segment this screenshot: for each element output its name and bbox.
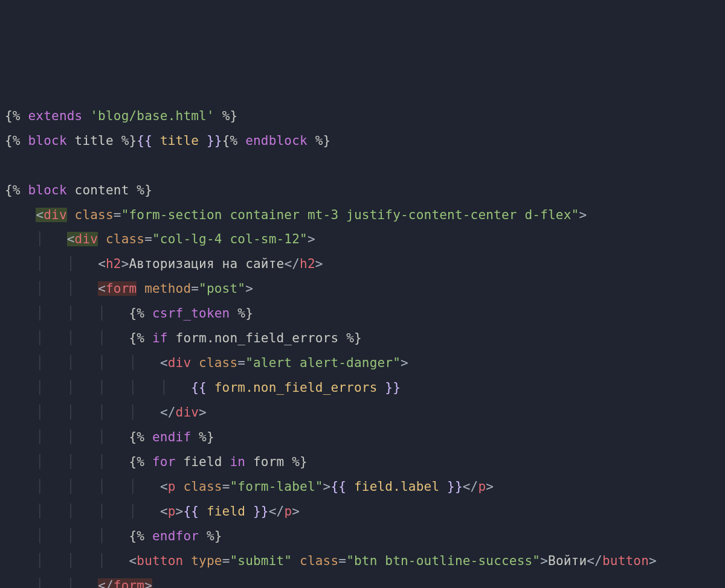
block-name: title bbox=[75, 133, 114, 148]
equals: = bbox=[222, 554, 230, 568]
html-tag: div bbox=[168, 356, 192, 370]
indent-guide: │ bbox=[67, 430, 75, 444]
code-line: <div class="form-section container mt-3 … bbox=[5, 208, 587, 222]
indent-guide: │ bbox=[67, 479, 75, 494]
indent-guide: │ bbox=[36, 281, 44, 296]
html-attr-value: "submit" bbox=[230, 554, 292, 568]
indent-guide: │ bbox=[36, 455, 44, 469]
code-editor[interactable]: {% extends 'blog/base.html' %} {% block … bbox=[5, 104, 725, 588]
html-attr-value: "alert alert-danger" bbox=[245, 356, 401, 370]
html-tag: form bbox=[106, 281, 137, 296]
angle-bracket: </ bbox=[98, 578, 114, 588]
angle-bracket: < bbox=[98, 257, 106, 271]
html-attr: type bbox=[191, 554, 222, 568]
code-line: │ │ │ <button type="submit" class="btn b… bbox=[5, 554, 657, 568]
html-tag: div bbox=[44, 208, 67, 222]
angle-bracket: </ bbox=[284, 257, 300, 271]
code-line: │ │ │ │ <p class="form-label">{{ field.l… bbox=[5, 479, 494, 494]
template-var: form.non_field_errors bbox=[214, 380, 378, 395]
template-keyword: in bbox=[230, 455, 245, 469]
angle-bracket: < bbox=[160, 356, 168, 370]
equals: = bbox=[144, 232, 152, 246]
angle-bracket: > bbox=[486, 479, 494, 494]
template-var: field bbox=[207, 504, 245, 519]
code-line: │ │ │ {% csrf_token %} bbox=[5, 306, 253, 321]
indent-guide: │ bbox=[36, 356, 44, 370]
html-tag: h2 bbox=[300, 257, 315, 271]
indent-guide: │ bbox=[98, 554, 106, 568]
angle-bracket: > bbox=[199, 405, 207, 420]
html-tag: form bbox=[114, 578, 144, 588]
equals: = bbox=[114, 208, 121, 222]
template-keyword: extends bbox=[28, 109, 83, 123]
template-delim: {% bbox=[129, 430, 145, 444]
code-line: │ │ │ {% endif %} bbox=[5, 430, 214, 444]
html-attr: class bbox=[106, 232, 144, 246]
angle-bracket: </ bbox=[463, 479, 478, 494]
indent-guide: │ bbox=[36, 306, 44, 321]
angle-bracket: > bbox=[649, 554, 657, 568]
indent-guide: │ bbox=[36, 529, 44, 543]
html-tag: div bbox=[75, 232, 98, 246]
html-attr: class bbox=[300, 554, 338, 568]
template-delim: %} bbox=[222, 109, 238, 123]
angle-bracket: > bbox=[579, 208, 587, 222]
var-open: {{ bbox=[191, 380, 207, 395]
angle-bracket: </ bbox=[587, 554, 602, 568]
html-tag: p bbox=[284, 504, 292, 519]
indent-guide: │ bbox=[98, 455, 106, 469]
template-delim: %} bbox=[199, 430, 214, 444]
code-line: │ │ │ │ <div class="alert alert-danger"> bbox=[5, 356, 408, 370]
html-attr-value: "form-section container mt-3 justify-con… bbox=[121, 208, 579, 222]
angle-bracket: > bbox=[401, 356, 408, 370]
template-delim: %} bbox=[292, 455, 308, 469]
indent-guide: │ bbox=[98, 430, 106, 444]
html-attr-value: "post" bbox=[199, 281, 245, 296]
var-close: }} bbox=[385, 380, 401, 395]
indent-guide: │ bbox=[67, 281, 75, 296]
code-line: │ │ │ │ <p>{{ field }}</p> bbox=[5, 504, 300, 519]
indent-guide: │ bbox=[129, 405, 137, 420]
indent-guide: │ bbox=[67, 455, 75, 469]
var-close: }} bbox=[447, 479, 463, 494]
html-text: Авторизация на сайте bbox=[129, 257, 285, 271]
block-name: content bbox=[75, 183, 129, 197]
angle-bracket: > bbox=[121, 257, 129, 271]
indent-guide: │ bbox=[98, 380, 106, 395]
code-line: │ │ │ {% endfor %} bbox=[5, 529, 222, 543]
indent-guide: │ bbox=[36, 405, 44, 420]
code-line: │ <div class="col-lg-4 col-sm-12"> bbox=[5, 232, 315, 246]
code-line: │ │ │ │ │ {{ form.non_field_errors }} bbox=[5, 380, 401, 395]
html-tag: p bbox=[478, 479, 486, 494]
angle-bracket: < bbox=[129, 554, 137, 568]
html-attr: class bbox=[199, 356, 237, 370]
template-delim: %} bbox=[346, 331, 362, 345]
html-tag: button bbox=[137, 554, 183, 568]
var-close: }} bbox=[253, 504, 269, 519]
indent-guide: │ bbox=[98, 479, 106, 494]
var-open: {{ bbox=[183, 504, 199, 519]
html-tag: div bbox=[176, 405, 199, 420]
equals: = bbox=[237, 356, 245, 370]
template-delim: %} bbox=[315, 133, 331, 148]
html-tag: button bbox=[602, 554, 649, 568]
template-keyword: block bbox=[28, 183, 67, 197]
indent-guide: │ bbox=[36, 331, 44, 345]
html-text: Войти bbox=[548, 554, 587, 568]
angle-bracket: > bbox=[540, 554, 548, 568]
html-attr-value: "form-label" bbox=[230, 479, 323, 494]
indent-guide: │ bbox=[67, 306, 75, 321]
indent-guide: │ bbox=[67, 578, 75, 588]
template-delim: %} bbox=[121, 133, 137, 148]
angle-bracket: > bbox=[176, 504, 184, 519]
indent-guide: │ bbox=[67, 356, 75, 370]
angle-bracket: > bbox=[245, 281, 253, 296]
indent-guide: │ bbox=[98, 529, 106, 543]
template-var: title bbox=[160, 133, 199, 148]
indent-guide: │ bbox=[129, 504, 137, 519]
indent-guide: │ bbox=[98, 405, 106, 420]
template-string: 'blog/base.html' bbox=[90, 109, 214, 123]
template-keyword: endif bbox=[152, 430, 191, 444]
template-delim: {% bbox=[5, 183, 21, 197]
template-var: field.label bbox=[354, 479, 439, 494]
